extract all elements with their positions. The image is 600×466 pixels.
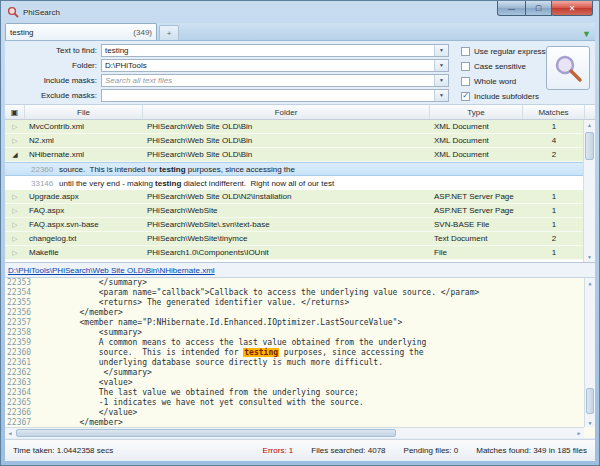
highlighted-match: testing <box>243 348 279 357</box>
preview-hscrollbar[interactable]: ◀ ▶ <box>5 427 584 438</box>
status-time: Time taken: 1.0442358 secs <box>13 446 245 455</box>
exclude-masks-label: Exclude masks: <box>5 91 101 100</box>
match-term: testing <box>155 179 181 188</box>
scroll-down-icon[interactable]: ▼ <box>584 252 595 262</box>
app-window: PhiSearch — ▢ ✕ testing (349) + ▼ Text t… <box>0 0 600 466</box>
checkbox[interactable] <box>461 77 470 86</box>
status-files-searched: Files searched: 4078 <box>311 446 385 455</box>
match-line[interactable]: 33146 until the very end - making testin… <box>5 176 595 190</box>
result-row[interactable]: ▷ Upgrade.aspx PHiSearch\Web Site OLD\N2… <box>5 190 595 204</box>
code-line: 22365 -1 indicates we have not yet consu… <box>5 398 595 408</box>
match-term: testing <box>159 165 185 174</box>
checkbox[interactable] <box>461 62 470 71</box>
code-line: 22354 <param name="callback">Callback to… <box>5 288 595 298</box>
search-options: Use regular expression Case sensitive Wh… <box>461 44 556 104</box>
code-line: 22363 <value> <box>5 378 595 388</box>
new-tab-button[interactable]: + <box>159 25 179 40</box>
column-matches[interactable]: Matches <box>523 105 585 119</box>
scroll-thumb[interactable] <box>585 132 594 160</box>
match-line-selected[interactable]: 22360 source. This is intended for testi… <box>5 162 595 176</box>
scroll-thumb[interactable] <box>16 429 396 437</box>
preview-file-link[interactable]: D:\PHiTools\PHiSearch\Web Site OLD\Bin\N… <box>8 266 215 275</box>
code-line: 22366 </value> <box>5 408 595 418</box>
scroll-up-icon[interactable]: ▲ <box>584 120 595 130</box>
result-row[interactable]: ▷ N2.xml PHiSearch\Web Site OLD\Bin XML … <box>5 134 595 148</box>
text-to-find-label: Text to find: <box>5 46 101 55</box>
search-icon <box>553 53 583 83</box>
status-pending-files: Pending files: 0 <box>404 446 459 455</box>
app-icon <box>7 6 19 18</box>
code-line: 22355 <returns> The generated identifier… <box>5 298 595 308</box>
expander-icon[interactable]: ▷ <box>5 193 25 201</box>
close-button[interactable]: ✕ <box>551 1 593 16</box>
chevron-down-icon[interactable]: ▼ <box>434 45 448 56</box>
search-form: Text to find: testing ▼ Folder: D:\PHiTo… <box>5 41 595 105</box>
option-whole-word[interactable]: Whole word <box>461 74 556 88</box>
match-line-number: 33146 <box>5 179 49 188</box>
grid-scrollbar[interactable]: ▲ ▼ <box>583 120 595 262</box>
result-row[interactable]: ▷ MvcContrib.xml PHiSearch\Web Site OLD\… <box>5 120 595 134</box>
code-line: 22359 A common means to access the last … <box>5 338 595 348</box>
folder-input[interactable]: D:\PHiTools ▼ <box>101 59 449 72</box>
minimize-button[interactable]: — <box>497 1 526 16</box>
exclude-masks-input[interactable]: ▼ <box>101 89 449 102</box>
result-row-expanded[interactable]: ◢ NHibernate.xml PHiSearch\Web Site OLD\… <box>5 148 595 162</box>
code-line: 22362 </summary> <box>5 368 595 378</box>
text-to-find-input[interactable]: testing ▼ <box>101 44 449 57</box>
code-line: 22356 </member> <box>5 308 595 318</box>
code-line: 22361 underlying database source directl… <box>5 358 595 368</box>
select-all-icon[interactable]: ▣ <box>5 105 25 119</box>
chevron-down-icon[interactable]: ▼ <box>434 75 448 86</box>
preview-header: D:\PHiTools\PHiSearch\Web Site OLD\Bin\N… <box>5 263 595 278</box>
checkbox[interactable] <box>461 47 470 56</box>
tab-overflow-icon[interactable]: ▼ <box>582 29 591 39</box>
tab-match-count: (349) <box>133 28 152 37</box>
column-file[interactable]: File <box>25 105 143 119</box>
status-errors: Errors: 1 <box>263 446 294 455</box>
preview-pane[interactable]: 22353 </summary> 22354 <param name="call… <box>5 278 595 438</box>
tab-label: testing <box>10 28 133 37</box>
tab-testing[interactable]: testing (349) <box>5 23 157 40</box>
results-grid: ▣ File Folder Type Matches ▷ MvcContrib.… <box>5 105 595 263</box>
window-title: PhiSearch <box>23 8 60 17</box>
match-line-number: 22360 <box>5 165 49 174</box>
status-matches-found: Matches found: 349 in 185 files <box>476 446 587 455</box>
result-row[interactable]: ▷ Makefile PHiSearch1.0\Components\IOUni… <box>5 246 595 260</box>
result-row[interactable]: ▷ changelog.txt PHiSearch\WebSite\tinymc… <box>5 232 595 246</box>
scroll-right-icon[interactable]: ▶ <box>574 428 584 438</box>
expander-icon[interactable]: ◢ <box>5 151 25 159</box>
scroll-down-icon[interactable]: ▼ <box>585 418 595 427</box>
tab-strip: testing (349) + ▼ <box>5 23 595 41</box>
option-include-subfolders[interactable]: ✓ Include subfolders <box>461 89 556 103</box>
scroll-up-icon[interactable]: ▲ <box>585 278 595 287</box>
code-line: 22364 The last value we obtained from th… <box>5 388 595 398</box>
expander-icon[interactable]: ▷ <box>5 249 25 257</box>
expander-icon[interactable]: ▷ <box>5 137 25 145</box>
code-line: 22358 <summary> <box>5 328 595 338</box>
expander-icon[interactable]: ▷ <box>5 207 25 215</box>
grid-header: ▣ File Folder Type Matches <box>5 105 595 120</box>
maximize-button[interactable]: ▢ <box>525 1 552 16</box>
code-line: 22353 </summary> <box>5 278 595 288</box>
include-masks-input[interactable]: Search all text files ▼ <box>101 74 449 87</box>
chevron-down-icon[interactable]: ▼ <box>434 60 448 71</box>
scroll-thumb[interactable] <box>586 388 594 414</box>
scroll-left-icon[interactable]: ◀ <box>5 428 15 438</box>
expander-icon[interactable]: ▷ <box>5 221 25 229</box>
search-button[interactable] <box>546 46 590 90</box>
expander-icon[interactable]: ▷ <box>5 235 25 243</box>
result-row[interactable]: ▷ FAQ.aspx PHiSearch\WebSite ASP.NET Ser… <box>5 204 595 218</box>
chevron-down-icon[interactable]: ▼ <box>434 90 448 101</box>
result-row[interactable]: ▷ FAQ.aspx.svn-base PHiSearch\WebSite\.s… <box>5 218 595 232</box>
code-line: 22357 <member name="P:NHibernate.Id.Enha… <box>5 318 595 328</box>
expander-icon[interactable]: ▷ <box>5 123 25 131</box>
column-folder[interactable]: Folder <box>143 105 430 119</box>
preview-vscrollbar[interactable]: ▲ ▼ <box>584 278 595 427</box>
option-case-sensitive[interactable]: Case sensitive <box>461 59 556 73</box>
folder-label: Folder: <box>5 61 101 70</box>
checkbox[interactable]: ✓ <box>461 92 470 101</box>
option-use-regex[interactable]: Use regular expression <box>461 44 556 58</box>
code-line-highlighted: 22360 source. This is intended for testi… <box>5 348 595 358</box>
column-type[interactable]: Type <box>430 105 523 119</box>
title-bar[interactable]: PhiSearch — ▢ ✕ <box>1 1 599 23</box>
